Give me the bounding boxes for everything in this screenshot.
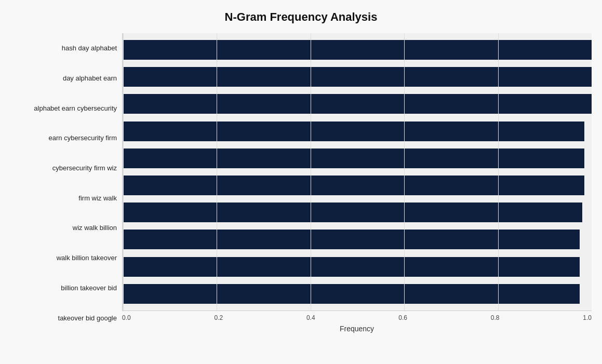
bar-row [123,92,592,116]
bars-panel [122,33,592,311]
bars-and-x: 0.00.20.40.60.81.0 Frequency [122,33,592,333]
bar-row [123,119,592,143]
y-label: cybersecurity firm wiz [52,165,117,171]
bar [123,284,580,304]
y-labels: hash day alphabetday alphabet earnalphab… [10,33,122,333]
x-axis: 0.00.20.40.60.81.0 [122,311,592,321]
y-label: takeover bid google [58,315,117,321]
y-label: alphabet earn cybersecurity [34,105,117,112]
bar [123,122,584,141]
chart-container: N-Gram Frequency Analysis hash day alpha… [0,0,602,364]
bar [123,203,582,222]
bar [123,67,592,87]
x-axis-title: Frequency [122,325,592,333]
chart-title: N-Gram Frequency Analysis [225,10,378,24]
x-tick-label: 0.4 [306,314,315,321]
bar-row [123,173,592,197]
bar [123,257,580,277]
y-label: walk billion takeover [57,254,117,261]
bar-row [123,200,592,224]
x-tick-label: 0.8 [491,314,500,321]
bar-row [123,146,592,170]
y-label: day alphabet earn [63,75,117,82]
bar-row [123,65,592,89]
y-label: billion takeover bid [61,285,117,291]
bar-row [123,282,592,306]
bar-row [123,38,592,62]
y-label: wiz walk billion [73,224,117,231]
x-tick-label: 0.0 [122,314,131,321]
x-tick-label: 0.6 [398,314,407,321]
bar-row [123,227,592,251]
bar [123,40,592,60]
chart-area: hash day alphabetday alphabet earnalphab… [10,33,592,333]
x-tick-label: 0.2 [214,314,223,321]
x-tick-label: 1.0 [583,314,592,321]
bar [123,149,584,168]
y-label: hash day alphabet [62,45,117,51]
bar [123,176,584,195]
y-label: firm wiz walk [78,195,117,201]
bar [123,230,580,249]
bar-row [123,255,592,279]
bar [123,94,592,114]
y-label: earn cybersecurity firm [49,134,117,141]
